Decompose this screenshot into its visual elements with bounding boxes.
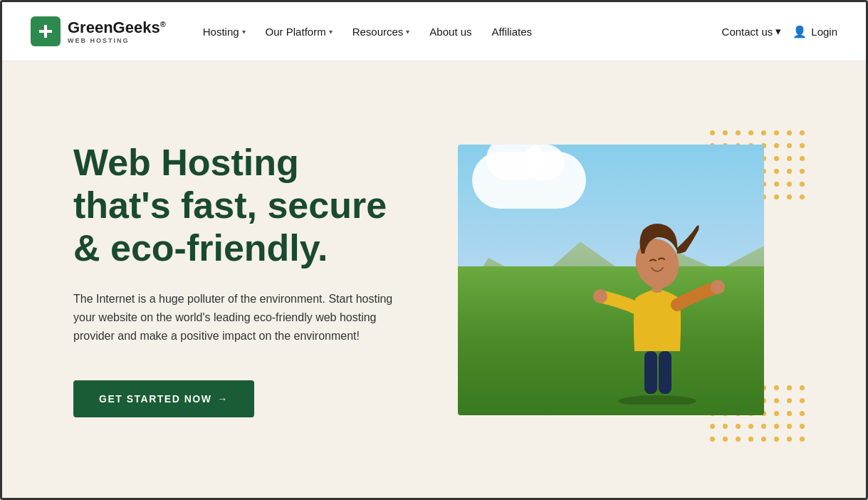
hero-section: Web Hosting that's fast, secure & eco-fr… bbox=[2, 61, 866, 498]
chevron-down-icon: ▾ bbox=[242, 28, 246, 36]
chevron-down-icon: ▾ bbox=[329, 28, 333, 36]
nav-item-about-us[interactable]: About us bbox=[421, 20, 480, 43]
svg-rect-1 bbox=[39, 30, 52, 33]
browser-window: GreenGeeks® WEB HOSTING Hosting ▾ Our Pl… bbox=[0, 0, 868, 500]
nav-item-hosting[interactable]: Hosting ▾ bbox=[194, 20, 254, 43]
hero-content: Web Hosting that's fast, secure & eco-fr… bbox=[73, 142, 458, 417]
hero-description: The Internet is a huge polluter of the e… bbox=[73, 290, 401, 346]
plus-icon bbox=[37, 23, 54, 40]
nav-item-our-platform[interactable]: Our Platform ▾ bbox=[257, 20, 341, 43]
chevron-down-icon: ▾ bbox=[406, 28, 409, 36]
nav-item-resources[interactable]: Resources ▾ bbox=[344, 20, 419, 43]
hero-title: Web Hosting that's fast, secure & eco-fr… bbox=[73, 142, 429, 269]
svg-point-2 bbox=[618, 395, 696, 405]
clouds bbox=[472, 152, 586, 209]
svg-point-5 bbox=[593, 289, 607, 303]
user-icon: 👤 bbox=[793, 25, 807, 38]
logo-icon bbox=[31, 16, 61, 46]
brand-tagline: WEB HOSTING bbox=[68, 37, 166, 44]
person-figure bbox=[586, 212, 728, 405]
brand-name: GreenGeeks® bbox=[68, 19, 166, 37]
svg-rect-3 bbox=[644, 351, 657, 394]
logo[interactable]: GreenGeeks® WEB HOSTING bbox=[31, 16, 166, 46]
nav-item-affiliates[interactable]: Affiliates bbox=[483, 20, 540, 43]
nav-right: Contact us ▾ 👤 Login bbox=[722, 25, 837, 38]
contact-us-button[interactable]: Contact us ▾ bbox=[722, 25, 782, 38]
svg-rect-4 bbox=[659, 351, 671, 394]
cta-button[interactable]: GET STARTED NOW → bbox=[73, 380, 254, 417]
nav-links: Hosting ▾ Our Platform ▾ Resources ▾ Abo… bbox=[194, 20, 722, 43]
hero-image-area bbox=[458, 145, 785, 415]
navbar: GreenGeeks® WEB HOSTING Hosting ▾ Our Pl… bbox=[2, 2, 866, 61]
logo-text: GreenGeeks® WEB HOSTING bbox=[68, 19, 166, 44]
chevron-down-icon: ▾ bbox=[775, 25, 781, 38]
svg-point-6 bbox=[711, 280, 725, 294]
hero-image bbox=[458, 145, 764, 415]
login-button[interactable]: 👤 Login bbox=[793, 25, 837, 38]
